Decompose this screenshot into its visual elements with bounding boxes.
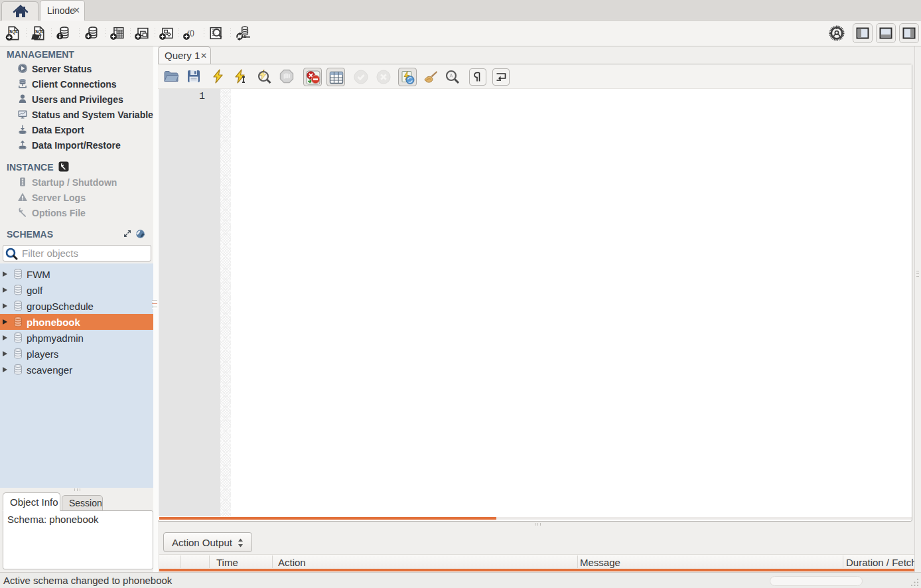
svg-text:SQL: SQL <box>9 29 18 35</box>
svg-text:SQL: SQL <box>35 29 44 35</box>
svg-text:(): () <box>190 29 194 37</box>
